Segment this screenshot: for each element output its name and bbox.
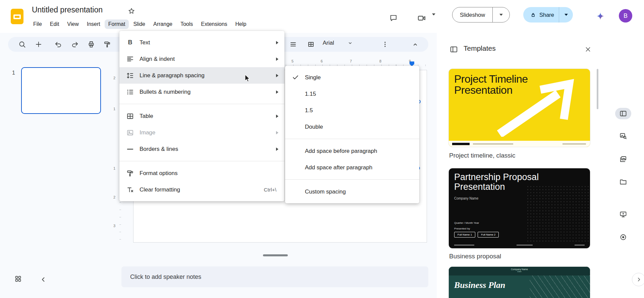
template-caption: Business proposal (449, 253, 501, 260)
format-menu-item-clear-formatting[interactable]: Clear formatting Ctrl+\ (119, 181, 284, 198)
collapse-menus-icon[interactable] (411, 40, 419, 48)
zoom-icon[interactable] (18, 40, 26, 48)
google-slides-app: Untitled presentation File Edit View Ins… (0, 0, 644, 298)
folder-icon[interactable] (619, 178, 627, 186)
add-space-after-paragraph[interactable]: Add space after paragraph (285, 159, 419, 176)
menu-file[interactable]: File (30, 19, 46, 29)
spacing-option-1-15[interactable]: 1.15 (285, 86, 419, 102)
format-options-icon (126, 169, 134, 177)
template-name-chips: Full Name 1 Full Name 2 (454, 232, 499, 238)
speaker-notes-input[interactable]: Click to add speaker notes (121, 266, 428, 287)
slide-number: 1 (12, 70, 15, 76)
name-chip: Full Name 2 (478, 232, 499, 238)
spacing-option-single[interactable]: Single (285, 69, 419, 86)
menu-divider (119, 104, 284, 104)
line-spacing-submenu: Single 1.15 1.5 Double Add space before … (285, 66, 419, 203)
custom-spacing[interactable]: Custom spacing (285, 183, 419, 200)
format-menu-item-text[interactable]: B Text (119, 34, 284, 51)
bullets-numbering-icon (126, 88, 134, 96)
border-dash-icon[interactable] (289, 40, 297, 48)
notes-resize-handle[interactable] (263, 254, 288, 256)
templates-panel-title: Templates (464, 44, 496, 52)
templates-panel-icon (449, 45, 458, 54)
spacing-option-double[interactable]: Double (285, 119, 419, 135)
template-card-project-timeline[interactable]: Project Timeline Presentation (448, 69, 590, 147)
menu-format[interactable]: Format (105, 19, 129, 29)
slide-thumbnail-1[interactable] (21, 67, 101, 114)
hruler-label-7: 7 (350, 59, 352, 63)
format-menu-item-borders-lines[interactable]: Borders & lines (119, 141, 284, 157)
more-options-icon[interactable] (381, 40, 389, 48)
undo-icon[interactable] (54, 40, 62, 48)
slideshow-dropdown[interactable] (493, 7, 509, 22)
template-card-partnership-proposal[interactable]: Partnership Proposal Presentation Compan… (448, 168, 590, 249)
table-icon (126, 112, 134, 120)
share-button[interactable]: Share (523, 7, 559, 23)
share-dropdown[interactable] (559, 7, 573, 23)
presentation-sparkle-icon[interactable] (619, 210, 627, 218)
meet-dropdown-caret[interactable] (432, 15, 435, 22)
format-menu-item-image[interactable]: Image (119, 124, 284, 141)
template-meta-line: Quarter / Month Year (454, 221, 479, 224)
new-slide-icon[interactable] (35, 40, 43, 48)
format-menu-item-bullets-numbering[interactable]: Bullets & numbering (119, 84, 284, 100)
share-button-group: Share (523, 7, 573, 23)
line-spacing-icon (126, 72, 134, 80)
template-card-business-plan[interactable]: Company Name Date Business Plan (448, 266, 590, 298)
meet-camera-button[interactable] (415, 11, 429, 25)
grid-view-button[interactable] (14, 275, 22, 283)
format-menu-item-format-options[interactable]: Format options (119, 165, 284, 181)
print-icon[interactable] (87, 40, 95, 48)
dotted-pattern-decoration (526, 185, 590, 242)
card-footer-bar (452, 143, 470, 145)
align-indent-icon (126, 55, 134, 63)
collapse-filmstrip-icon[interactable] (40, 275, 48, 284)
menu-edit[interactable]: Edit (46, 19, 63, 29)
paint-format-icon[interactable] (103, 40, 111, 48)
format-menu: B Text Align & indent Line & paragraph s… (119, 31, 284, 201)
menu-help[interactable]: Help (232, 19, 250, 29)
menu-arrange[interactable]: Arrange (150, 19, 176, 29)
record-icon[interactable] (619, 233, 627, 241)
add-space-before-paragraph[interactable]: Add space before paragraph (285, 143, 419, 159)
hruler-label-8: 8 (379, 59, 381, 63)
expand-corner-button[interactable] (632, 273, 644, 286)
text-format-icon: B (126, 39, 134, 47)
menu-extensions[interactable]: Extensions (197, 19, 231, 29)
template-presented-by: Presented by (454, 227, 470, 230)
menu-view[interactable]: View (63, 19, 82, 29)
vruler-label-3: 1 (111, 166, 115, 170)
document-title[interactable]: Untitled presentation (32, 5, 103, 14)
borders-lines-icon (126, 145, 134, 153)
speaker-notes-placeholder: Click to add speaker notes (130, 273, 201, 281)
redo-icon[interactable] (71, 40, 79, 48)
table-border-icon[interactable] (307, 40, 315, 48)
menu-tools[interactable]: Tools (177, 19, 197, 29)
photo-library-icon[interactable] (619, 155, 627, 163)
submenu-arrow-icon (276, 57, 278, 61)
format-menu-item-line-paragraph-spacing[interactable]: Line & paragraph spacing (119, 67, 284, 84)
spacing-option-1-5[interactable]: 1.5 (285, 102, 419, 119)
account-avatar[interactable]: B (619, 9, 632, 23)
menu-slide[interactable]: Slide (129, 19, 149, 29)
close-templates-icon[interactable] (584, 46, 592, 53)
menu-insert[interactable]: Insert (83, 19, 104, 29)
image-search-icon[interactable] (619, 132, 627, 140)
star-icon[interactable] (128, 7, 135, 15)
card-footer-decoration (454, 245, 474, 246)
format-menu-item-table[interactable]: Table (119, 108, 284, 124)
hruler-label-5: 5 (291, 59, 293, 63)
clear-formatting-icon (126, 186, 134, 194)
font-family-select[interactable]: Arial (323, 40, 354, 46)
comments-button[interactable] (386, 11, 400, 25)
mouse-cursor (244, 75, 251, 84)
templates-sidebar-icon[interactable] (619, 110, 627, 118)
submenu-arrow-icon (276, 115, 278, 118)
format-menu-item-align-indent[interactable]: Align & indent (119, 51, 284, 67)
gemini-spark-icon[interactable] (596, 11, 605, 22)
clear-formatting-shortcut: Ctrl+\ (264, 187, 276, 193)
templates-scrollbar[interactable] (597, 69, 598, 109)
vruler-label-4: 2 (111, 195, 115, 199)
slideshow-button[interactable]: Slideshow (452, 7, 492, 22)
slides-logo-icon[interactable] (11, 9, 23, 24)
